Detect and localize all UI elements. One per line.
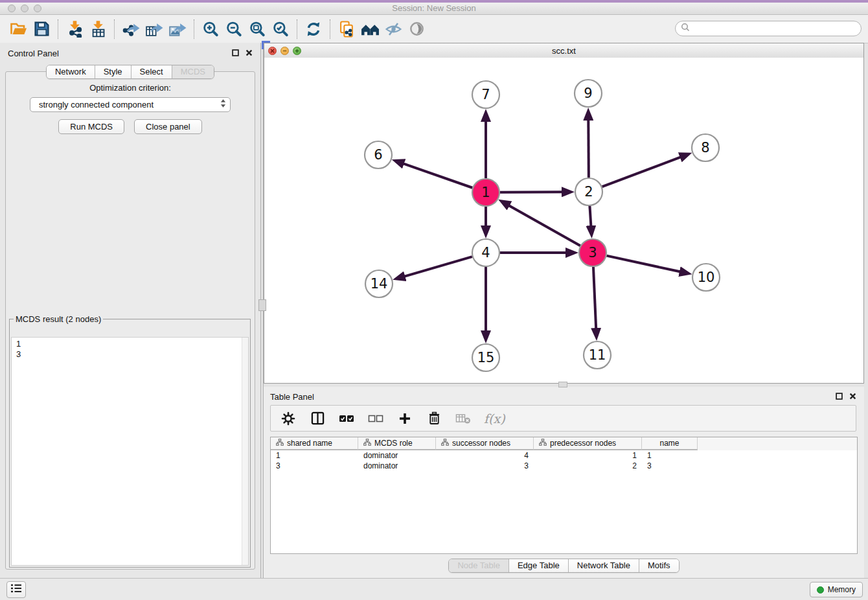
zoom-selected-icon[interactable] [269,17,292,41]
search-input[interactable] [692,23,861,34]
run-mcds-button[interactable]: Run MCDS [58,119,124,134]
save-icon[interactable] [30,17,53,41]
tab-mcds[interactable]: MCDS [172,65,214,78]
column-header-predecessor-nodes[interactable]: predecessor nodes [534,437,642,450]
zoom-fit-icon[interactable] [246,17,269,41]
tab-network[interactable]: Network [47,65,95,78]
split-view-icon[interactable] [309,410,326,427]
maximize-network-icon[interactable] [293,47,301,55]
hide-graphics-details-icon[interactable] [382,17,405,41]
horizontal-splitter-grip[interactable] [558,382,567,387]
node-label-14: 14 [371,276,388,292]
table-cell: dominator [358,461,436,471]
export-table-icon[interactable] [143,17,166,41]
mcds-result-text: 1 3 [12,338,248,361]
edge-3-11[interactable] [593,267,596,329]
node-label-2: 2 [584,184,593,200]
deselect-all-icon[interactable] [367,410,384,427]
table-cell: 1 [642,450,698,461]
edge-3-1[interactable] [508,205,580,246]
edge-2-9[interactable] [588,119,589,178]
table-panel-tabs: Node TableEdge TableNetwork TableMotifs [448,559,679,573]
column-header-name[interactable]: name [642,437,698,450]
node-label-7: 7 [481,87,490,102]
node-label-15: 15 [477,350,495,365]
column-header-successor-nodes[interactable]: successor nodes [436,437,534,450]
mcds-result-area[interactable]: 1 3 [11,337,249,566]
clone-network-icon[interactable] [335,17,358,41]
network-frame-titlebar[interactable]: scc.txt [264,43,863,58]
tab-style[interactable]: Style [95,65,131,78]
table-cell: 2 [534,461,642,471]
refresh-icon[interactable] [302,17,325,41]
column-header-shared-name[interactable]: shared name [271,437,358,450]
hierarchy-icon [441,439,449,448]
node-label-1: 1 [481,185,490,200]
apply-function-icon[interactable]: f(x) [484,411,505,426]
edge-4-14[interactable] [404,257,472,277]
edge-1-6[interactable] [403,163,472,188]
node-label-9: 9 [584,86,592,101]
vertical-splitter-grip[interactable] [258,299,266,311]
memory-label: Memory [828,585,856,594]
edge-2-8[interactable] [602,157,681,187]
table-row[interactable]: 3dominator323 [271,461,857,471]
float-table-panel-icon[interactable] [836,391,843,402]
optimization-criterion-select[interactable]: strongly connected component [30,97,231,112]
edge-3-10[interactable] [606,256,680,272]
delete-table-icon[interactable] [455,410,472,427]
control-panel-title: Control Panel [8,49,232,58]
table-cell: 4 [436,450,534,461]
search-icon [681,23,690,34]
status-bar: Memory [0,578,868,600]
node-table[interactable]: shared nameMCDS rolesuccessor nodesprede… [270,437,858,554]
table-cell: 1 [271,450,358,461]
minimize-network-icon[interactable] [280,47,289,55]
tab-network-table[interactable]: Network Table [569,559,639,572]
select-all-icon[interactable] [338,410,355,427]
node-label-3: 3 [588,245,597,260]
export-network-icon[interactable] [119,17,143,41]
float-panel-icon[interactable] [232,47,239,59]
tab-node-table[interactable]: Node Table [449,559,509,572]
zoom-out-icon[interactable] [222,17,246,41]
add-row-icon[interactable] [396,410,413,427]
first-neighbors-icon[interactable] [358,17,382,41]
show-graphics-details-icon[interactable] [405,17,428,41]
import-table-icon[interactable] [86,17,109,41]
mcds-result-group: MCDS result (2 nodes) 1 3 [9,314,251,568]
close-table-panel-icon[interactable] [849,391,856,402]
network-view-frame: scc.txt 7968124314101511 [264,43,864,384]
zoom-in-icon[interactable] [199,17,222,41]
selected-criterion: strongly connected component [39,100,220,110]
task-history-button[interactable] [6,581,26,598]
search-field[interactable] [675,21,862,36]
edge-2-3[interactable] [589,206,591,227]
toolbar-separator [330,19,330,39]
import-network-icon[interactable] [63,17,86,41]
tab-motifs[interactable]: Motifs [639,559,679,572]
export-image-icon[interactable] [166,17,189,41]
table-panel: Table Panel f(x) shared nameMCDS rolesuc… [264,387,864,578]
delete-row-icon[interactable] [426,410,442,427]
edge-1-2[interactable] [500,192,563,192]
close-panel-icon[interactable] [246,47,253,59]
close-panel-button[interactable]: Close panel [134,119,202,134]
select-stepper-icon [220,98,226,111]
tab-select[interactable]: Select [131,65,172,78]
list-icon [10,583,23,596]
settings-icon[interactable] [280,410,297,427]
toolbar-separator [114,19,115,39]
memory-button[interactable]: Memory [810,582,863,597]
memory-status-icon [817,586,824,594]
network-canvas[interactable]: 7968124314101511 [264,58,863,383]
result-scrollbar[interactable] [242,338,248,565]
tab-edge-table[interactable]: Edge Table [509,559,569,572]
table-header-row: shared nameMCDS rolesuccessor nodesprede… [271,437,857,450]
node-label-6: 6 [374,147,382,163]
table-row[interactable]: 1dominator411 [271,450,857,461]
column-header-mcds-role[interactable]: MCDS role [358,437,436,450]
hierarchy-icon [276,439,284,448]
open-icon[interactable] [6,17,30,41]
close-network-icon[interactable] [268,47,277,55]
